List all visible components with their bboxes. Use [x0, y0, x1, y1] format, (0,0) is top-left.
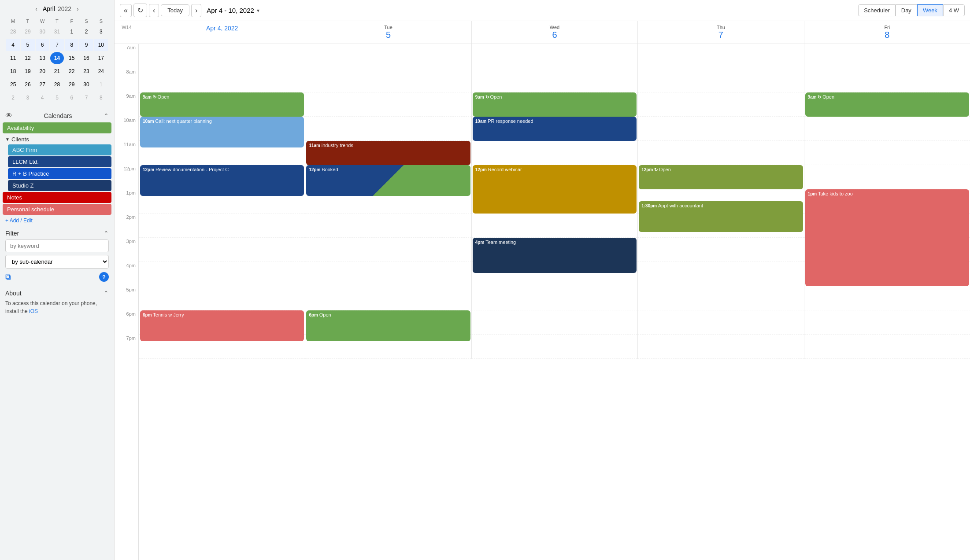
event-wed-12pm[interactable]: 12pm Record webinar [473, 165, 637, 214]
mini-cal-day[interactable]: 14 [50, 52, 64, 64]
time-row-5pm-thu[interactable] [638, 286, 803, 310]
time-row-6pm-thu[interactable] [638, 310, 803, 335]
mini-cal-day[interactable]: 7 [50, 39, 64, 51]
today-button[interactable]: Today [161, 4, 189, 16]
time-row-4pm-mon[interactable] [139, 262, 305, 286]
event-wed-4pm[interactable]: 4pm Team meeting [473, 238, 637, 273]
time-row-2pm-tue[interactable] [305, 214, 471, 238]
time-row-11am-wed[interactable] [472, 141, 637, 165]
time-row-7pm-fri[interactable] [804, 335, 970, 359]
time-row-7am-mon[interactable] [139, 44, 305, 68]
view-btn-week[interactable]: Week [917, 4, 943, 16]
prev-button[interactable]: ‹ [149, 4, 159, 17]
mini-cal-day[interactable]: 20 [36, 65, 49, 77]
time-row-4pm-thu[interactable] [638, 262, 803, 286]
view-btn-4-w[interactable]: 4 W [943, 4, 965, 16]
availability-calendar[interactable]: Availability [3, 122, 111, 133]
event-tue-11am[interactable]: 11am industry trends [306, 141, 470, 165]
time-row-3pm-tue[interactable] [305, 238, 471, 262]
next-button[interactable]: › [191, 4, 201, 17]
client-calendar-item[interactable]: ABC Firm [8, 144, 111, 155]
about-ios-link[interactable]: iOS [29, 308, 38, 314]
filter-subcal-select[interactable]: by sub-calendar [5, 255, 109, 269]
time-row-8am-wed[interactable] [472, 68, 637, 92]
mini-cal-day[interactable]: 5 [50, 92, 64, 104]
time-row-2pm-mon[interactable] [139, 214, 305, 238]
client-calendar-item[interactable]: Studio Z [8, 180, 111, 191]
mini-cal-day[interactable]: 11 [6, 52, 20, 64]
mini-cal-day[interactable]: 18 [6, 65, 20, 77]
time-row-5pm-fri[interactable] [804, 286, 970, 310]
mini-cal-day[interactable]: 30 [36, 26, 49, 38]
mini-cal-day[interactable]: 31 [50, 26, 64, 38]
add-edit-button[interactable]: + Add / Edit [0, 216, 114, 225]
refresh-button[interactable]: ↻ [133, 4, 147, 17]
mini-cal-day[interactable]: 15 [65, 52, 78, 64]
time-row-7am-wed[interactable] [472, 44, 637, 68]
event-tue-12pm[interactable]: 12pm Booked [306, 165, 470, 196]
mini-cal-day[interactable]: 6 [36, 39, 49, 51]
time-row-10am-fri[interactable] [804, 117, 970, 141]
time-row-9am-tue[interactable] [305, 92, 471, 117]
time-row-8am-tue[interactable] [305, 68, 471, 92]
mini-cal-day[interactable]: 19 [21, 65, 34, 77]
mini-cal-day[interactable]: 24 [94, 65, 108, 77]
mini-cal-day[interactable]: 3 [21, 92, 34, 104]
mini-cal-day[interactable]: 5 [21, 39, 34, 51]
mini-cal-day[interactable]: 27 [36, 78, 49, 91]
mini-cal-day[interactable]: 28 [6, 26, 20, 38]
event-thu-12pm[interactable]: 12pm ↻ Open [639, 165, 803, 189]
mini-cal-day[interactable]: 16 [79, 52, 93, 64]
mini-cal-day[interactable]: 22 [65, 65, 78, 77]
time-row-5pm-tue[interactable] [305, 286, 471, 310]
mini-cal-day[interactable]: 12 [21, 52, 34, 64]
time-row-12pm-fri[interactable] [804, 165, 970, 189]
time-row-11am-fri[interactable] [804, 141, 970, 165]
skip-back-button[interactable]: « [120, 4, 132, 17]
event-fri-1pm[interactable]: 1pm Take kids to zoo [805, 189, 969, 286]
mini-cal-day[interactable]: 3 [94, 26, 108, 38]
mini-cal-day[interactable]: 13 [36, 52, 49, 64]
mini-cal-prev[interactable]: ‹ [33, 4, 39, 13]
mini-cal-day[interactable]: 4 [6, 39, 20, 51]
date-range-display[interactable]: Apr 4 - 10, 2022 ▾ [207, 7, 259, 14]
event-wed-9am[interactable]: 9am ↻ Open [473, 92, 637, 117]
event-thu-1:30pm[interactable]: 1:30pm Appt with accountant [639, 201, 803, 232]
mini-cal-day[interactable]: 2 [6, 92, 20, 104]
mini-cal-day[interactable]: 4 [36, 92, 49, 104]
mini-cal-day[interactable]: 25 [6, 78, 20, 91]
time-row-7am-tue[interactable] [305, 44, 471, 68]
mini-cal-day[interactable]: 28 [50, 78, 64, 91]
mini-cal-day[interactable]: 29 [65, 78, 78, 91]
time-row-5pm-mon[interactable] [139, 286, 305, 310]
event-fri-9am[interactable]: 9am ↻ Open [805, 92, 969, 117]
mini-cal-day[interactable]: 21 [50, 65, 64, 77]
mini-cal-day[interactable]: 23 [79, 65, 93, 77]
event-mon-10am[interactable]: 10am Call: next quarter planning [140, 117, 304, 147]
event-mon-6pm[interactable]: 6pm Tennis w Jerry [140, 310, 304, 341]
mini-cal-day[interactable]: 26 [21, 78, 34, 91]
mini-cal-day[interactable]: 6 [65, 92, 78, 104]
filter-keyword-input[interactable] [5, 239, 109, 252]
time-row-7pm-wed[interactable] [472, 335, 637, 359]
mini-cal-next[interactable]: › [75, 4, 81, 13]
mini-cal-day[interactable]: 29 [21, 26, 34, 38]
time-row-10am-tue[interactable] [305, 117, 471, 141]
about-toggle[interactable]: ⌃ [104, 290, 109, 297]
client-calendar-item[interactable]: LLCM Ltd. [8, 156, 111, 167]
mini-cal-day[interactable]: 7 [79, 92, 93, 104]
mini-cal-day[interactable]: 17 [94, 52, 108, 64]
time-row-3pm-mon[interactable] [139, 238, 305, 262]
mini-cal-day[interactable]: 1 [65, 26, 78, 38]
time-row-5pm-wed[interactable] [472, 286, 637, 310]
mini-cal-day[interactable]: 10 [94, 39, 108, 51]
event-mon-9am[interactable]: 9am ↻ Open [140, 92, 304, 117]
view-btn-scheduler[interactable]: Scheduler [858, 4, 896, 16]
help-icon[interactable]: ? [99, 272, 109, 282]
personal-calendar[interactable]: Personal schedule [3, 204, 111, 215]
event-wed-10am[interactable]: 10am PR response needed [473, 117, 637, 141]
event-tue-6pm[interactable]: 6pm Open [306, 310, 470, 341]
mini-cal-day[interactable]: 30 [79, 78, 93, 91]
time-row-7am-thu[interactable] [638, 44, 803, 68]
time-row-8am-mon[interactable] [139, 68, 305, 92]
